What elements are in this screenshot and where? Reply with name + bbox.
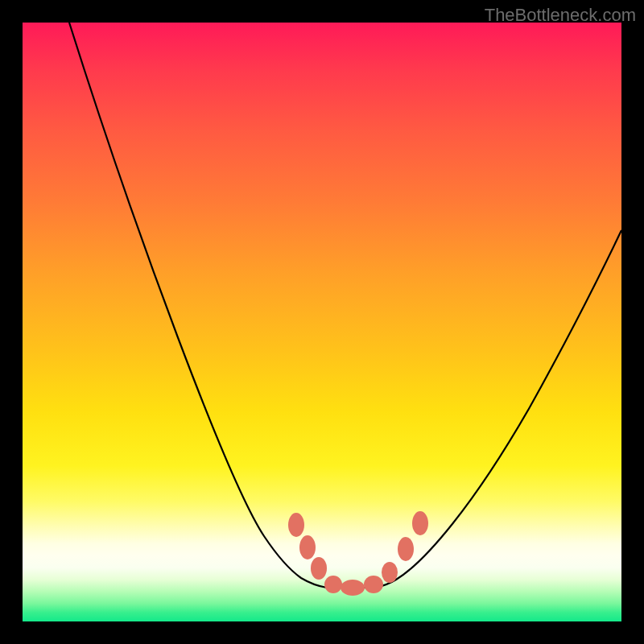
data-dot bbox=[398, 537, 414, 561]
watermark-label: TheBottleneck.com bbox=[485, 5, 636, 26]
data-dot bbox=[364, 576, 383, 593]
data-dot bbox=[299, 535, 316, 559]
data-dot bbox=[341, 580, 365, 596]
curve-right bbox=[375, 230, 621, 588]
data-dot bbox=[288, 513, 304, 537]
data-dot bbox=[382, 562, 398, 583]
data-dot bbox=[412, 511, 428, 535]
chart-frame: TheBottleneck.com bbox=[0, 0, 644, 644]
curve-left bbox=[69, 23, 327, 588]
bottleneck-curve-svg bbox=[23, 23, 621, 621]
data-dot bbox=[311, 557, 327, 580]
data-dot bbox=[324, 576, 342, 593]
